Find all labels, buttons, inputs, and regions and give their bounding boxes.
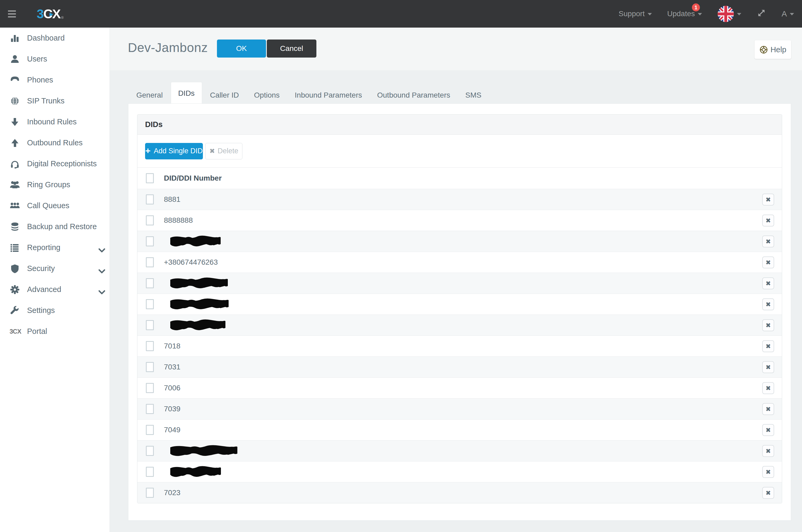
row-checkbox[interactable] <box>146 362 154 372</box>
tab-outbound-parameters[interactable]: Outbound Parameters <box>370 87 458 103</box>
main-content: Dev-Jambonz OK Cancel Help GeneralDIDsCa… <box>110 27 802 532</box>
row-delete-button[interactable]: ✖ <box>762 487 774 499</box>
row-checkbox[interactable] <box>146 341 154 351</box>
updates-menu[interactable]: Updates 1 <box>667 10 702 18</box>
sidebar-item-outbound-rules[interactable]: Outbound Rules <box>0 132 110 153</box>
bar-chart-icon <box>9 33 27 43</box>
headset-icon <box>9 158 27 169</box>
sidebar-item-label: Portal <box>27 327 47 336</box>
row-delete-button[interactable]: ✖ <box>762 298 774 310</box>
wrench-icon <box>9 305 27 316</box>
did-number: 7049 <box>164 426 180 434</box>
row-delete-button[interactable]: ✖ <box>762 194 774 206</box>
row-checkbox[interactable] <box>146 257 154 267</box>
row-checkbox[interactable] <box>146 236 154 246</box>
sidebar-item-advanced[interactable]: Advanced <box>0 279 110 300</box>
sidebar-item-security[interactable]: Security <box>0 258 110 279</box>
row-checkbox[interactable] <box>146 299 154 309</box>
updates-count-badge: 1 <box>692 3 700 12</box>
select-all-checkbox[interactable] <box>146 173 154 183</box>
row-delete-button[interactable]: ✖ <box>762 319 774 331</box>
add-single-did-button[interactable]: + Add Single DID <box>145 143 203 159</box>
row-delete-button[interactable]: ✖ <box>762 424 774 436</box>
sidebar-item-label: Reporting <box>27 243 60 252</box>
tab-options[interactable]: Options <box>247 87 287 103</box>
tab-sms[interactable]: SMS <box>458 87 489 103</box>
sidebar-nav: Dashboard Users Phones SIP Trunks In <box>0 27 110 532</box>
row-checkbox[interactable] <box>146 194 154 205</box>
language-selector[interactable] <box>718 5 741 22</box>
sidebar-item-label: SIP Trunks <box>27 97 64 105</box>
row-delete-button[interactable]: ✖ <box>762 466 774 478</box>
hamburger-menu-icon[interactable] <box>8 10 16 18</box>
row-delete-button[interactable]: ✖ <box>762 361 774 373</box>
sidebar-item-portal[interactable]: 3CX Portal <box>0 321 110 342</box>
sidebar-item-ring-groups[interactable]: Ring Groups <box>0 174 110 195</box>
table-row: ✖ <box>137 231 782 252</box>
delete-button[interactable]: ✖ Delete <box>205 143 243 159</box>
page-title: Dev-Jambonz <box>128 40 208 55</box>
account-menu[interactable]: A <box>782 9 794 18</box>
row-delete-button[interactable]: ✖ <box>762 382 774 394</box>
redaction-scribble <box>170 319 225 331</box>
row-checkbox[interactable] <box>146 320 154 330</box>
sidebar-item-digital-receptionists[interactable]: Digital Receptionists <box>0 153 110 174</box>
sidebar-item-label: Inbound Rules <box>27 117 77 126</box>
sidebar-item-sip-trunks[interactable]: SIP Trunks <box>0 91 110 111</box>
tab-dids[interactable]: DIDs <box>171 82 202 103</box>
tab-bar: GeneralDIDsCaller IDOptionsInbound Param… <box>110 70 802 103</box>
tab-general[interactable]: General <box>129 87 170 103</box>
logo-cx: CX▶ <box>43 6 60 21</box>
logo-3: 3 <box>37 6 43 21</box>
help-label: Help <box>770 45 786 54</box>
redaction-scribble <box>170 277 228 289</box>
sidebar-item-settings[interactable]: Settings <box>0 300 110 321</box>
row-checkbox[interactable] <box>146 425 154 435</box>
page-header: Dev-Jambonz OK Cancel Help <box>110 27 802 70</box>
sidebar-item-inbound-rules[interactable]: Inbound Rules <box>0 111 110 132</box>
row-delete-button[interactable]: ✖ <box>762 340 774 352</box>
row-checkbox[interactable] <box>146 278 154 288</box>
sidebar-item-call-queues[interactable]: Call Queues <box>0 195 110 216</box>
row-checkbox[interactable] <box>146 446 154 456</box>
row-checkbox[interactable] <box>146 488 154 498</box>
updates-label: Updates <box>667 10 695 18</box>
row-checkbox[interactable] <box>146 467 154 477</box>
support-menu[interactable]: Support <box>619 10 652 18</box>
chevron-down-icon <box>648 13 652 15</box>
sidebar-item-label: Security <box>27 264 55 273</box>
tab-content-card: DIDs + Add Single DID ✖ Delete DID/DDI N… <box>128 103 791 520</box>
row-delete-button[interactable]: ✖ <box>762 214 774 227</box>
row-delete-button[interactable]: ✖ <box>762 278 774 289</box>
sidebar-item-phones[interactable]: Phones <box>0 70 110 91</box>
3cx-management-console: 3 CX▶ ® Support Updates 1 <box>0 0 802 532</box>
row-checkbox[interactable] <box>146 404 154 414</box>
row-checkbox[interactable] <box>146 383 154 393</box>
fullscreen-toggle[interactable] <box>757 8 766 20</box>
cancel-button[interactable]: Cancel <box>267 39 317 58</box>
plus-icon: + <box>145 146 151 155</box>
redaction-scribble <box>170 235 221 247</box>
sidebar-item-backup-and-restore[interactable]: Backup and Restore <box>0 216 110 237</box>
tab-caller-id[interactable]: Caller ID <box>203 87 246 103</box>
help-button[interactable]: Help <box>755 40 791 59</box>
row-delete-button[interactable]: ✖ <box>762 403 774 415</box>
row-delete-button[interactable]: ✖ <box>762 235 774 247</box>
row-delete-button[interactable]: ✖ <box>762 256 774 268</box>
row-checkbox[interactable] <box>146 215 154 225</box>
3cx-logo[interactable]: 3 CX▶ ® <box>37 6 63 21</box>
sidebar-item-dashboard[interactable]: Dashboard <box>0 27 110 49</box>
panel-title: DIDs <box>137 115 782 135</box>
x-icon: ✖ <box>210 147 215 155</box>
sidebar-item-label: Users <box>27 55 47 63</box>
ok-button[interactable]: OK <box>217 39 266 58</box>
did-number: 7018 <box>164 342 180 350</box>
delete-label: Delete <box>217 147 238 155</box>
row-delete-button[interactable]: ✖ <box>762 445 774 457</box>
tab-inbound-parameters[interactable]: Inbound Parameters <box>287 87 369 103</box>
sidebar-item-users[interactable]: Users <box>0 49 110 70</box>
lifebuoy-icon <box>759 45 768 54</box>
chevron-down-icon <box>790 13 794 15</box>
sidebar-item-reporting[interactable]: Reporting <box>0 237 110 258</box>
redaction-scribble <box>170 298 229 310</box>
